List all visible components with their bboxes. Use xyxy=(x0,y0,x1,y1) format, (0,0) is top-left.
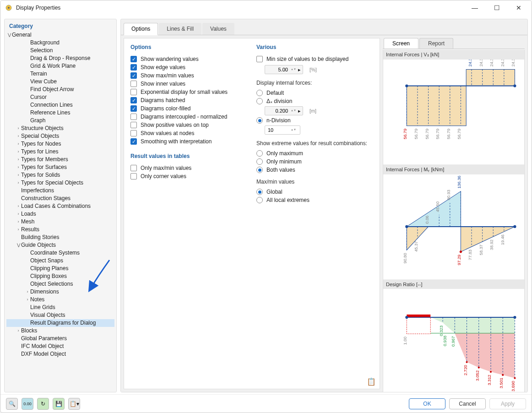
svg-text:24.32: 24.32 xyxy=(468,60,472,66)
checkbox-label: Exponential display for small values xyxy=(141,89,228,95)
chart-vz: Internal Forces | V₂ [kN] 56.7956.7956.7… xyxy=(383,50,524,165)
tree-item[interactable]: Global Parameters xyxy=(6,335,114,342)
tree-item[interactable]: Grid & Work Plane xyxy=(6,62,114,70)
copy-icon[interactable]: 📋 xyxy=(367,377,376,386)
checkbox[interactable] xyxy=(130,173,137,179)
tree-item[interactable]: Object Snaps xyxy=(6,257,114,265)
tree-item[interactable]: Terrain xyxy=(6,70,114,78)
tree-label: Selection xyxy=(30,47,53,54)
tree-item[interactable]: ›Types for Nodes xyxy=(6,140,114,148)
radio[interactable] xyxy=(256,167,263,173)
checkbox[interactable] xyxy=(130,56,137,62)
minimize-button[interactable]: — xyxy=(467,2,483,13)
tree-item[interactable]: Connection Lines xyxy=(6,101,114,109)
svg-text:19.46: 19.46 xyxy=(500,234,505,245)
checkbox[interactable] xyxy=(130,165,137,171)
category-header: Category xyxy=(6,22,114,31)
tab-lines-fill[interactable]: Lines & Fill xyxy=(159,23,201,35)
checkbox[interactable] xyxy=(130,64,137,71)
radio[interactable] xyxy=(256,189,263,195)
tree-item[interactable]: ›Load Cases & Combinations xyxy=(6,202,114,210)
tree-item[interactable]: ›Loads xyxy=(6,210,114,218)
tree-item[interactable]: ⋁General xyxy=(6,31,114,39)
checkbox[interactable] xyxy=(130,89,137,95)
tree-item[interactable]: ›Dimensions xyxy=(6,288,114,296)
tree-item[interactable]: Cursor xyxy=(6,93,114,101)
tree-item[interactable]: ⋁Guide Objects xyxy=(6,241,114,249)
tree-item[interactable]: Drag & Drop - Response xyxy=(6,54,114,62)
tree-item[interactable]: ›Results xyxy=(6,226,114,234)
footer: 🔍 0.00 ↻ 💾 📋▾ OK Cancel Apply xyxy=(0,394,532,413)
tool-reset-icon[interactable]: ↻ xyxy=(37,398,49,410)
dx-input[interactable] xyxy=(267,108,289,114)
preview-tab-screen[interactable]: Screen xyxy=(384,38,418,49)
close-button[interactable]: ✕ xyxy=(510,2,527,13)
preview-tab-report[interactable]: Report xyxy=(419,38,453,49)
checkbox[interactable] xyxy=(130,81,137,87)
checkbox[interactable] xyxy=(130,114,137,120)
cancel-button[interactable]: Cancel xyxy=(449,398,486,409)
tree-item[interactable]: Line Grids xyxy=(6,304,114,311)
checkbox[interactable] xyxy=(130,122,137,128)
tool-save-icon[interactable]: 💾 xyxy=(53,398,65,410)
maximize-button[interactable]: ☐ xyxy=(489,2,505,13)
tree-item[interactable]: Selection xyxy=(6,47,114,54)
tree-item[interactable]: Graph xyxy=(6,117,114,125)
checkbox[interactable] xyxy=(130,97,137,103)
tree-item[interactable]: Building Stories xyxy=(6,234,114,241)
tree-item[interactable]: ›Mesh xyxy=(6,218,114,226)
minsize-input[interactable] xyxy=(267,66,289,73)
checkbox[interactable] xyxy=(130,72,137,79)
minsize-checkbox[interactable] xyxy=(256,56,263,62)
app-icon xyxy=(5,4,12,11)
tree-label: Clipping Boxes xyxy=(30,273,67,280)
tree-label: Dimensions xyxy=(30,288,59,295)
tree-label: Guide Objects xyxy=(21,242,56,249)
tree-item[interactable]: Visual Objects xyxy=(6,311,114,319)
radio[interactable] xyxy=(256,158,263,165)
tree-item[interactable]: IFC Model Object xyxy=(6,342,114,350)
tree-item[interactable]: Result Diagrams for Dialog xyxy=(6,319,114,327)
checkbox[interactable] xyxy=(130,138,137,145)
tool-values-icon[interactable]: 0.00 xyxy=(22,398,33,410)
tool-search-icon[interactable]: 🔍 xyxy=(6,398,18,410)
tree-item[interactable]: Imperfections xyxy=(6,187,114,195)
tree-item[interactable]: ›Special Objects xyxy=(6,132,114,140)
tree-item[interactable]: DXF Model Object xyxy=(6,350,114,358)
tree-item[interactable]: Clipping Planes xyxy=(6,265,114,272)
tab-values[interactable]: Values xyxy=(202,23,234,35)
tree-item[interactable]: Reference Lines xyxy=(6,109,114,117)
tree-item[interactable]: ›Types for Surfaces xyxy=(6,163,114,171)
tree-item[interactable]: View Cube xyxy=(6,78,114,86)
tree-item[interactable]: ›Blocks xyxy=(6,327,114,335)
tree-item[interactable]: ›Types for Members xyxy=(6,156,114,163)
radio[interactable] xyxy=(256,90,263,96)
tree-item[interactable]: ›Types for Solids xyxy=(6,171,114,179)
tree-item[interactable]: Object Selections xyxy=(6,280,114,288)
svg-text:136.36: 136.36 xyxy=(457,175,461,188)
n-input[interactable] xyxy=(267,127,289,133)
tab-options[interactable]: Options xyxy=(124,23,158,35)
checkbox[interactable] xyxy=(130,130,137,136)
tree-item[interactable]: Find Object Arrow xyxy=(6,86,114,93)
radio[interactable] xyxy=(256,197,263,203)
caret-right-icon: › xyxy=(25,288,30,295)
tree-item[interactable]: ›Notes xyxy=(6,296,114,304)
tool-copy-dropdown[interactable]: 📋▾ xyxy=(68,398,80,410)
radio[interactable] xyxy=(256,98,263,104)
checkbox[interactable] xyxy=(130,105,137,112)
tree-item[interactable]: ›Types for Special Objects xyxy=(6,179,114,187)
tree-item[interactable]: Background xyxy=(6,39,114,47)
tree-item[interactable]: Coordinate Systems xyxy=(6,249,114,257)
checkbox-label: Show wandering values xyxy=(141,56,199,62)
checkbox-label: Show inner values xyxy=(141,81,185,87)
tree-item[interactable]: Clipping Boxes xyxy=(6,272,114,280)
tree-item[interactable]: Construction Stages xyxy=(6,195,114,202)
tree-item[interactable]: ›Types for Lines xyxy=(6,148,114,156)
radio[interactable] xyxy=(256,117,263,124)
apply-button[interactable]: Apply xyxy=(489,398,526,409)
radio[interactable] xyxy=(256,150,263,157)
ok-button[interactable]: OK xyxy=(409,398,445,409)
titlebar: Display Properties — ☐ ✕ xyxy=(0,0,532,15)
tree-item[interactable]: ›Structure Objects xyxy=(6,125,114,132)
